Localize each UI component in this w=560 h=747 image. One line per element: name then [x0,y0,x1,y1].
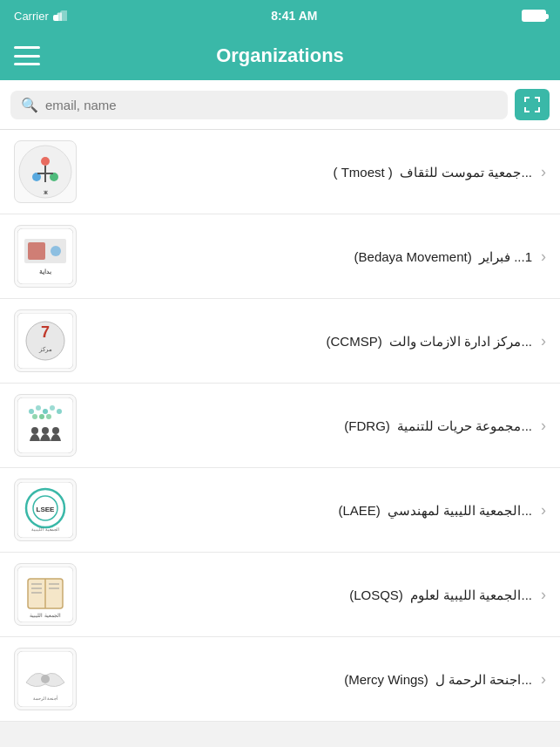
search-input[interactable] [45,98,497,112]
chevron-icon: › [541,501,546,520]
svg-text:مركز: مركز [38,346,52,353]
org-logo: أجنحة الرحمة [14,648,77,710]
search-bar: 🔍 [0,80,560,130]
org-logo: ⵣ [14,140,77,203]
org-name: ...جمعية تموست للثقاف ( Tmoest ) [89,163,532,181]
org-name: ...الجمعية الليبية لعلوم (LOSQS) [89,586,532,604]
svg-text:ⵣ: ⵣ [44,190,48,195]
list-item[interactable]: ...مجموعة حريات للتنمية (FDRG) › [0,384,560,468]
svg-text:LSEE: LSEE [37,506,56,513]
org-name: ...مجموعة حريات للتنمية (FDRG) [89,417,532,435]
org-name: ...الجمعية الليبية لمهندسي (LAEE) [89,501,532,520]
carrier-text: Carrier [14,10,67,23]
svg-point-22 [32,414,37,419]
svg-text:الجمعية الليبية: الجمعية الليبية [30,613,61,618]
org-logo: الجمعية الليبية [14,563,77,626]
status-time: 8:41 AM [271,9,317,23]
svg-point-1 [41,157,50,166]
svg-rect-16 [17,397,73,453]
list-item[interactable]: بداية 1... فبراير (Bedaya Movement) › [0,214,560,299]
list-item[interactable]: LSEE الجمعية الليبية ...الجمعية الليبية … [0,468,560,553]
svg-point-21 [57,409,62,414]
list-item[interactable]: أجنحة الرحمة ...اجنحة الرحمة ل (Mercy Wi… [0,637,560,722]
status-bar: Carrier 8:41 AM [0,0,560,31]
svg-point-38 [41,675,50,683]
page-title: Organizations [40,44,520,67]
svg-point-17 [29,409,34,414]
svg-point-20 [50,405,55,411]
list-item[interactable]: 7 مركز ...مركز ادارة الازمات والت (CCMSP… [0,299,560,384]
org-name: 1... فبراير (Bedaya Movement) [89,248,532,266]
chevron-icon: › [541,417,546,435]
list-item[interactable]: الجمعية الليبية ...الجمعية الليبية لعلوم… [0,553,560,637]
svg-rect-9 [28,242,45,260]
list-item[interactable]: ⵣ ...جمعية تموست للثقاف ( Tmoest ) › [0,130,560,214]
svg-point-27 [52,427,59,434]
svg-point-10 [51,246,61,256]
svg-point-24 [46,414,51,419]
chevron-icon: › [541,248,546,266]
svg-point-19 [43,409,48,414]
svg-text:7: 7 [41,323,50,341]
org-name: ...مركز ادارة الازمات والت (CCMSP) [89,332,532,350]
svg-text:الجمعية الليبية: الجمعية الليبية [31,526,58,532]
menu-button[interactable] [14,46,40,65]
svg-point-23 [39,414,44,419]
svg-point-26 [42,427,49,434]
search-icon: 🔍 [21,97,38,113]
search-input-wrapper[interactable]: 🔍 [10,91,508,119]
chevron-icon: › [541,332,546,350]
svg-text:أجنحة الرحمة: أجنحة الرحمة [33,695,58,702]
org-logo [14,394,77,457]
header: Organizations [0,31,560,80]
svg-point-25 [31,427,38,434]
expand-button[interactable] [515,89,550,120]
chevron-icon: › [541,163,546,181]
svg-point-18 [36,405,41,411]
org-name: ...اجنحة الرحمة ل (Mercy Wings) [89,670,532,689]
org-logo: 7 مركز [14,309,77,372]
chevron-icon: › [541,670,546,689]
chevron-icon: › [541,586,546,604]
org-list: ⵣ ...جمعية تموست للثقاف ( Tmoest ) › بدا… [0,130,560,722]
org-logo: بداية [14,225,77,288]
org-logo: LSEE الجمعية الليبية [14,479,77,541]
battery-indicator [522,10,546,22]
svg-text:بداية: بداية [39,268,51,275]
